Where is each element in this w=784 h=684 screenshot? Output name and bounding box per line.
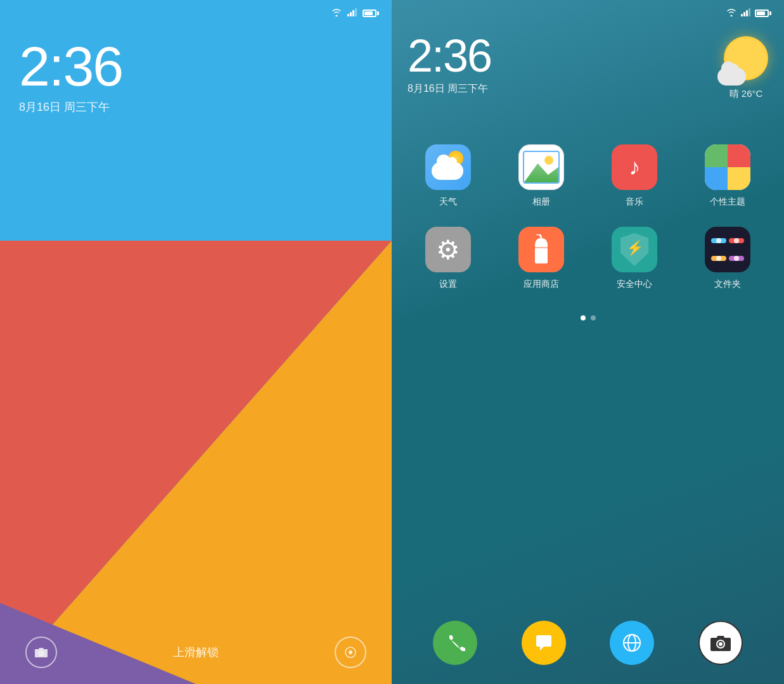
theme-tl (705, 144, 728, 167)
wifi-icon (331, 8, 342, 18)
folder-sub-4 (729, 256, 744, 261)
svg-point-6 (349, 650, 352, 654)
app-item-appstore[interactable]: 应用商店 (498, 227, 584, 290)
lock-time: 2:36 (19, 39, 373, 94)
app-label-folder: 文件夹 (714, 279, 741, 290)
home-weather: 晴 26°C (724, 36, 768, 100)
home-signal-icon (741, 8, 751, 19)
signal-icon (347, 8, 357, 18)
unlock-text[interactable]: 上滑解锁 (173, 645, 219, 660)
svg-rect-3 (355, 8, 357, 16)
gallery-mountain (524, 163, 558, 182)
lock-screen: 2:36 8月16日 周三下午 上滑解锁 (0, 0, 392, 684)
svg-point-18 (719, 642, 723, 646)
app-grid: 天气 相册 ♪ 音乐 (392, 106, 784, 303)
page-dot-1[interactable] (581, 315, 586, 320)
app-icon-appstore (518, 227, 564, 272)
app-icon-weather (425, 144, 471, 190)
gallery-sun (544, 156, 553, 165)
app-item-music[interactable]: ♪ 音乐 (591, 144, 678, 208)
svg-rect-0 (347, 14, 349, 16)
lock-date: 8月16日 周三下午 (19, 99, 373, 115)
page-dots (392, 315, 784, 320)
app-item-weather[interactable]: 天气 (404, 144, 491, 208)
svg-rect-10 (746, 10, 748, 16)
app-label-gallery: 相册 (532, 196, 550, 208)
lock-camera-icon[interactable] (25, 636, 57, 668)
app-item-settings[interactable]: ⚙ 设置 (404, 227, 491, 290)
dock (392, 608, 784, 684)
lock-bottom-bar: 上滑解锁 (0, 621, 392, 684)
app-label-music: 音乐 (626, 196, 643, 208)
shield-icon: ⚡ (620, 233, 648, 266)
app-icon-music: ♪ (612, 144, 657, 190)
folder-sub-3 (711, 256, 726, 261)
svg-rect-9 (743, 12, 745, 16)
home-time-area: 2:36 8月16日 周三下午 晴 26°C (392, 27, 784, 106)
app-item-security[interactable]: ⚡ 安全中心 (591, 227, 678, 290)
app-item-theme[interactable]: 个性主题 (684, 144, 771, 208)
home-date: 8月16日 周三下午 (408, 82, 491, 96)
bolt-icon: ⚡ (626, 240, 643, 256)
home-screen: 2:36 8月16日 周三下午 晴 26°C 天气 (392, 0, 784, 684)
dock-camera[interactable] (698, 621, 743, 665)
weather-text: 晴 26°C (729, 88, 763, 100)
music-note-icon: ♪ (629, 154, 640, 180)
home-wifi-icon (726, 8, 737, 19)
theme-tr (728, 144, 750, 167)
home-status-right (726, 8, 771, 19)
lock-content: 2:36 8月16日 周三下午 上滑解锁 (0, 0, 392, 684)
folder-sub-1 (711, 238, 726, 243)
app-item-folder[interactable]: 文件夹 (684, 227, 771, 290)
app-label-theme: 个性主题 (710, 196, 745, 208)
app-item-gallery[interactable]: 相册 (498, 144, 584, 208)
home-battery-icon (755, 10, 771, 17)
app-label-settings: 设置 (439, 279, 457, 290)
page-dot-2[interactable] (591, 315, 596, 320)
app-icon-security: ⚡ (612, 227, 657, 272)
svg-rect-1 (350, 12, 352, 16)
app-icon-settings: ⚙ (425, 227, 471, 272)
weather-cloud-icon (717, 68, 746, 86)
svg-rect-11 (749, 8, 750, 16)
app-label-security: 安全中心 (617, 279, 652, 290)
theme-br (728, 167, 750, 190)
battery-icon (363, 10, 379, 17)
app-icon-theme (705, 144, 750, 190)
svg-point-5 (41, 652, 42, 654)
svg-rect-8 (741, 14, 743, 16)
svg-rect-12 (532, 247, 550, 248)
lock-dot-icon[interactable] (335, 636, 366, 668)
app-icon-gallery (518, 144, 564, 190)
lock-time-area: 2:36 8月16日 周三下午 (0, 26, 392, 127)
app-label-weather: 天气 (439, 196, 457, 208)
home-time-left: 2:36 8月16日 周三下午 (408, 33, 491, 96)
folder-sub-2 (729, 238, 744, 243)
theme-quad (705, 144, 750, 190)
theme-bl (705, 167, 728, 190)
gallery-inner (523, 151, 560, 184)
weather-app-cloud (432, 162, 463, 180)
app-label-appstore: 应用商店 (524, 279, 559, 290)
app-icon-folder (705, 227, 750, 272)
dock-browser[interactable] (610, 621, 654, 665)
dock-message[interactable] (522, 621, 566, 665)
lock-status-bar (0, 0, 392, 26)
home-status-bar (392, 0, 784, 27)
svg-point-16 (624, 635, 640, 651)
svg-rect-2 (352, 10, 354, 16)
gear-icon: ⚙ (436, 234, 460, 265)
home-time: 2:36 (408, 33, 491, 79)
dock-phone[interactable] (433, 621, 477, 665)
